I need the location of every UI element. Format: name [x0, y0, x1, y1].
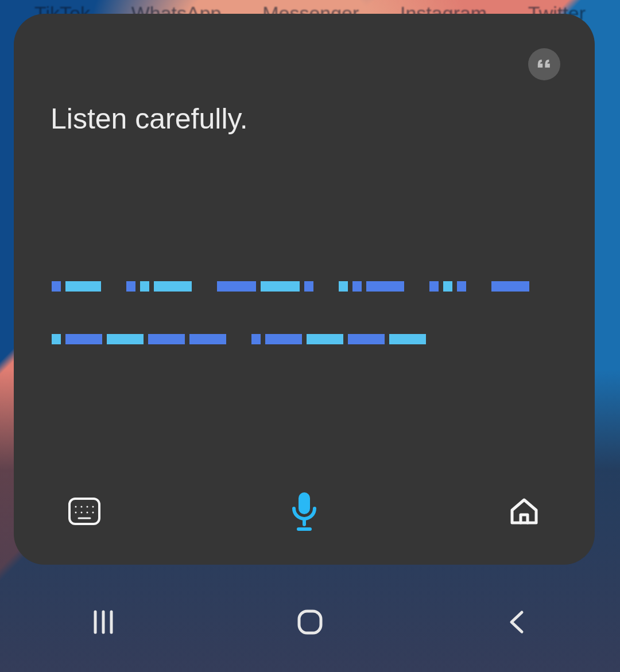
microphone-button[interactable]: [288, 496, 321, 529]
waveform-segment: [52, 281, 61, 292]
waveform-segment: [304, 281, 313, 292]
waveform-gap: [409, 281, 425, 292]
svg-rect-10: [299, 492, 310, 514]
svg-point-3: [87, 506, 88, 508]
waveform-segment: [265, 334, 302, 344]
waveform-segment: [491, 281, 529, 292]
waveform-segment: [189, 334, 226, 344]
svg-point-1: [75, 506, 77, 508]
waveform-segment: [389, 334, 426, 344]
waveform-segment: [217, 281, 256, 292]
waveform-segment: [339, 281, 348, 292]
waveform-segment: [352, 281, 362, 292]
quote-icon: [536, 57, 552, 72]
waveform-gap: [231, 334, 247, 344]
waveform-segment: [148, 334, 185, 344]
waveform-segment: [251, 334, 261, 344]
waveform-segment: [457, 281, 466, 292]
system-nav-bar: [0, 600, 620, 647]
waveform-segment: [65, 281, 101, 292]
dictation-waveform: [52, 281, 563, 387]
waveform-segment: [154, 281, 192, 292]
recents-icon: [92, 609, 115, 637]
waveform-segment: [307, 334, 343, 344]
svg-point-4: [92, 506, 94, 508]
keyboard-icon: [68, 497, 101, 528]
svg-point-6: [81, 512, 83, 514]
waveform-segment: [140, 281, 149, 292]
waveform-gap: [196, 281, 212, 292]
waveform-row: [52, 334, 563, 344]
svg-point-5: [75, 512, 77, 514]
svg-point-2: [81, 506, 83, 508]
waveform-segment: [126, 281, 135, 292]
waveform-segment: [52, 334, 61, 344]
home-nav-icon: [297, 609, 323, 638]
recents-button[interactable]: [46, 606, 161, 640]
svg-rect-16: [299, 611, 321, 633]
prompt-text: Listen carefully.: [51, 102, 248, 135]
assistant-home-button[interactable]: [507, 496, 541, 529]
waveform-segment: [65, 334, 102, 344]
svg-rect-0: [69, 499, 99, 524]
voice-assistant-panel: Listen carefully.: [14, 14, 595, 565]
waveform-segment: [443, 281, 452, 292]
waveform-gap: [318, 281, 334, 292]
back-button[interactable]: [459, 606, 574, 640]
home-button[interactable]: [253, 606, 367, 640]
microphone-icon: [290, 491, 319, 534]
waveform-segment: [366, 281, 404, 292]
svg-point-7: [87, 512, 88, 514]
waveform-segment: [429, 281, 439, 292]
waveform-segment: [107, 334, 144, 344]
back-icon: [508, 609, 525, 638]
home-icon: [509, 496, 540, 529]
waveform-segment: [261, 281, 300, 292]
waveform-gap: [106, 281, 122, 292]
waveform-gap: [471, 281, 487, 292]
waveform-segment: [348, 334, 385, 344]
svg-point-8: [92, 512, 94, 514]
quote-button[interactable]: [528, 48, 560, 80]
panel-action-row: [14, 496, 595, 529]
keyboard-button[interactable]: [68, 496, 101, 529]
waveform-row: [52, 281, 563, 292]
